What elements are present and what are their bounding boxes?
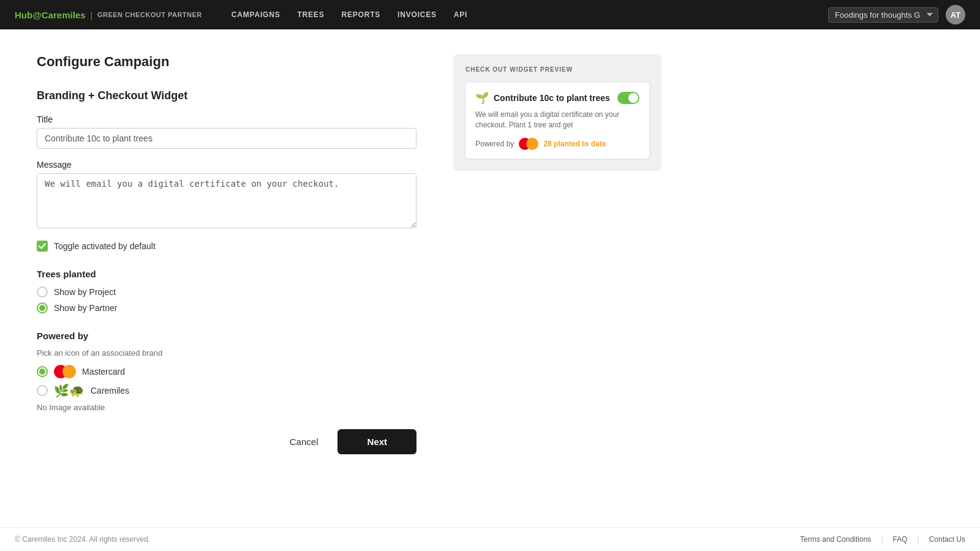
brand-mastercard-label: Mastercard xyxy=(82,367,125,377)
brand-caremiles-label: Caremiles xyxy=(91,386,129,395)
brand-caremiles-row[interactable]: 🌿🐢 Caremiles xyxy=(37,383,417,398)
toggle-checkbox-row[interactable]: Toggle activated by default xyxy=(37,241,417,252)
footer-terms[interactable]: Terms and Conditions xyxy=(800,535,871,544)
radio-project-outer[interactable] xyxy=(37,287,48,298)
org-selector[interactable]: Foodings for thoughts G xyxy=(828,7,938,23)
trees-section: Trees planted Show by Project Show by Pa… xyxy=(37,269,417,313)
radio-partner-inner xyxy=(39,305,45,311)
caremiles-icon: 🌿🐢 xyxy=(54,383,85,398)
title-label: Title xyxy=(37,114,417,124)
preview-widget-msg: We will email you a digital certificate … xyxy=(475,110,639,130)
navbar: Hub@Caremiles | GREEN CHECKOUT PARTNER C… xyxy=(0,0,980,29)
preview-powered-row: Powered by 28 planted to date xyxy=(475,138,639,150)
title-input[interactable] xyxy=(37,128,417,149)
toggle-checkbox[interactable] xyxy=(37,241,48,252)
preview-mc-right xyxy=(526,138,538,150)
tree-icon: 🌱 xyxy=(475,91,489,105)
footer: © Caremiles Inc 2024. All rights reserve… xyxy=(0,527,980,551)
action-row: Cancel Next xyxy=(37,429,417,454)
footer-sep-1: | xyxy=(881,535,883,544)
cancel-button[interactable]: Cancel xyxy=(280,430,328,453)
radio-show-by-project[interactable]: Show by Project xyxy=(37,287,417,298)
page-title: Configure Campaign xyxy=(37,54,417,70)
brand-caremiles-radio[interactable] xyxy=(37,385,48,396)
preview-widget-title-row: 🌱 Contribute 10c to plant trees xyxy=(475,91,610,105)
preview-widget-header: 🌱 Contribute 10c to plant trees xyxy=(475,91,639,105)
nav-avatar[interactable]: AT xyxy=(946,5,965,24)
nav-link-reports[interactable]: REPORTS xyxy=(341,10,380,19)
nav-brand-hub: Hub@Caremiles xyxy=(15,10,86,20)
footer-links: Terms and Conditions | FAQ | Contact Us xyxy=(800,535,965,544)
powered-section-title: Powered by xyxy=(37,331,417,341)
preview-planted-label: 28 planted to date xyxy=(543,140,606,148)
mastercard-icon xyxy=(54,365,76,378)
nav-link-campaigns[interactable]: CAMPAIGNS xyxy=(232,10,281,19)
mastercard-circle-right xyxy=(62,365,76,378)
trees-section-title: Trees planted xyxy=(37,269,417,279)
nav-brand-partner: GREEN CHECKOUT PARTNER xyxy=(97,11,202,18)
brand-mastercard-radio-inner xyxy=(39,369,45,375)
brand-mastercard-radio[interactable] xyxy=(37,366,48,377)
nav-right: Foodings for thoughts G AT xyxy=(828,5,965,24)
next-button[interactable]: Next xyxy=(337,429,417,454)
preview-powered-label: Powered by xyxy=(475,140,514,148)
nav-link-api[interactable]: API xyxy=(454,10,467,19)
radio-partner-label: Show by Partner xyxy=(54,303,118,313)
footer-contact[interactable]: Contact Us xyxy=(929,535,965,544)
powered-section: Powered by Pick an icon of an associated… xyxy=(37,331,417,412)
preview-card: CHECK OUT WIDGET PREVIEW 🌱 Contribute 10… xyxy=(453,54,662,171)
branding-section-title: Branding + Checkout Widget xyxy=(37,89,417,102)
footer-sep-2: | xyxy=(918,535,919,544)
nav-links: CAMPAIGNS TREES REPORTS INVOICES API xyxy=(232,10,467,19)
preview-toggle-knob xyxy=(628,93,638,103)
preview-section: CHECK OUT WIDGET PREVIEW 🌱 Contribute 10… xyxy=(453,54,662,171)
footer-faq[interactable]: FAQ xyxy=(893,535,908,544)
preview-widget-title: Contribute 10c to plant trees xyxy=(494,93,610,103)
brand-mastercard-row[interactable]: Mastercard xyxy=(37,365,417,378)
preview-toggle-switch[interactable] xyxy=(617,92,639,104)
radio-partner-outer[interactable] xyxy=(37,302,48,313)
radio-show-by-partner[interactable]: Show by Partner xyxy=(37,302,417,313)
nav-link-trees[interactable]: TREES xyxy=(297,10,324,19)
toggle-checkbox-label: Toggle activated by default xyxy=(54,241,156,251)
no-image-label: No Image available xyxy=(37,403,417,412)
preview-widget: 🌱 Contribute 10c to plant trees We will … xyxy=(466,83,649,159)
form-section: Configure Campaign Branding + Checkout W… xyxy=(37,54,417,454)
message-label: Message xyxy=(37,160,417,170)
powered-desc: Pick an icon of an associated brand xyxy=(37,348,417,358)
main-content: Configure Campaign Branding + Checkout W… xyxy=(0,29,980,527)
nav-brand-sep: | xyxy=(91,10,92,20)
nav-link-invoices[interactable]: INVOICES xyxy=(398,10,437,19)
preview-section-title: CHECK OUT WIDGET PREVIEW xyxy=(466,66,649,73)
footer-copyright: © Caremiles Inc 2024. All rights reserve… xyxy=(15,535,150,544)
radio-project-label: Show by Project xyxy=(54,287,116,297)
nav-brand: Hub@Caremiles | GREEN CHECKOUT PARTNER xyxy=(15,10,202,20)
message-textarea[interactable]: We will email you a digital certificate … xyxy=(37,173,417,228)
preview-mastercard-icon xyxy=(519,138,538,150)
